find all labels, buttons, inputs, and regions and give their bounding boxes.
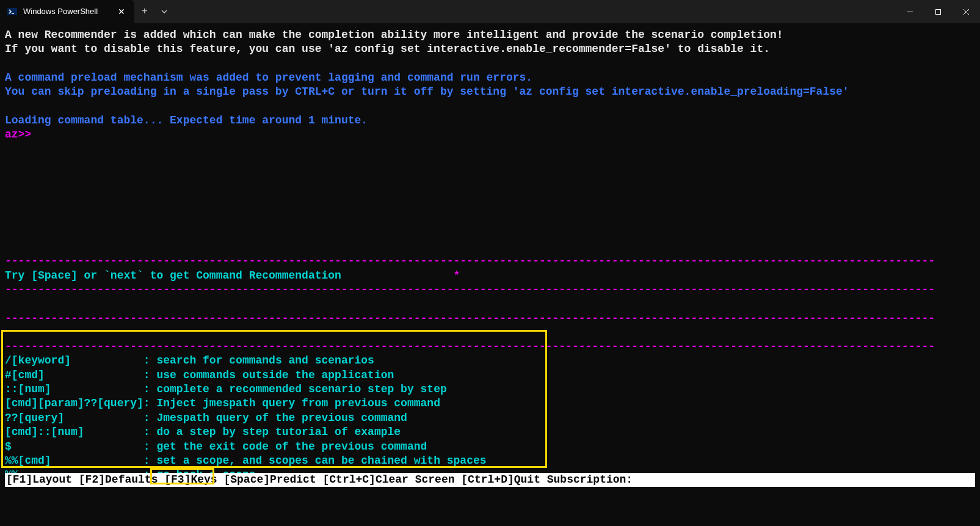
blank-line: [5, 142, 975, 156]
tab-title: Windows PowerShell: [23, 7, 110, 17]
blank-line: [5, 100, 975, 114]
tab-powershell[interactable]: Windows PowerShell ✕: [0, 0, 134, 23]
help-line: /[keyword] : search for commands and sce…: [5, 354, 975, 368]
bottom-bar: [F1]Layout [F2]Defaults [F3]Keys [Space]…: [5, 473, 975, 487]
help-line: ::[num] : complete a recommended scenari…: [5, 382, 975, 396]
blank-line: [5, 57, 975, 71]
blank-line: [5, 226, 975, 240]
divider: ----------------------------------------…: [5, 283, 975, 297]
help-line: %%[cmd] : set a scope, and scopes can be…: [5, 454, 975, 468]
blank-line: [5, 326, 975, 340]
divider: ----------------------------------------…: [5, 340, 975, 354]
close-icon[interactable]: ✕: [116, 6, 127, 17]
tab-dropdown-icon[interactable]: [155, 0, 173, 23]
preload-msg-1: A command preload mechanism was added to…: [5, 71, 975, 85]
recommendation-text: Try [Space] or `next` to get Command Rec…: [5, 269, 341, 282]
prompt: az>>: [5, 128, 975, 142]
recommendation-hint: Try [Space] or `next` to get Command Rec…: [5, 269, 975, 283]
blank-line: [5, 212, 975, 226]
help-line: #[cmd] : use commands outside the applic…: [5, 368, 975, 382]
blank-line: [5, 156, 975, 170]
window-controls: [896, 0, 980, 23]
recommender-msg-1: A new Recommender is added which can mak…: [5, 28, 975, 42]
help-line: [cmd][param]??[query]: Inject jmespath q…: [5, 396, 975, 411]
asterisk: *: [454, 269, 460, 282]
new-tab-button[interactable]: +: [134, 0, 155, 23]
divider: ----------------------------------------…: [5, 312, 975, 326]
svg-rect-3: [935, 9, 940, 14]
window-close-button[interactable]: [952, 0, 980, 23]
help-line: [cmd]::[num] : do a step by step tutoria…: [5, 425, 975, 439]
minimize-button[interactable]: [896, 0, 924, 23]
maximize-button[interactable]: [924, 0, 952, 23]
recommender-msg-2: If you want to disable this feature, you…: [5, 42, 975, 56]
preload-msg-2: You can skip preloading in a single pass…: [5, 85, 975, 99]
bottom-bar-text: [F1]Layout [F2]Defaults [F3]Keys [Space]…: [6, 473, 633, 487]
blank-line: [5, 184, 975, 198]
loading-msg: Loading command table... Expected time a…: [5, 114, 975, 128]
terminal-content[interactable]: A new Recommender is added which can mak…: [0, 23, 980, 488]
blank-line: [5, 170, 975, 184]
tabs-container: Windows PowerShell ✕ +: [0, 0, 173, 23]
blank-line: [5, 198, 975, 212]
titlebar: Windows PowerShell ✕ +: [0, 0, 980, 23]
help-line: ??[query] : Jmespath query of the previo…: [5, 411, 975, 425]
blank-line: [5, 240, 975, 254]
help-line: $ : get the exit code of the previous co…: [5, 440, 975, 454]
blank-line: [5, 298, 975, 312]
svg-rect-0: [7, 8, 17, 15]
divider: ----------------------------------------…: [5, 254, 975, 268]
powershell-icon: [7, 7, 17, 16]
